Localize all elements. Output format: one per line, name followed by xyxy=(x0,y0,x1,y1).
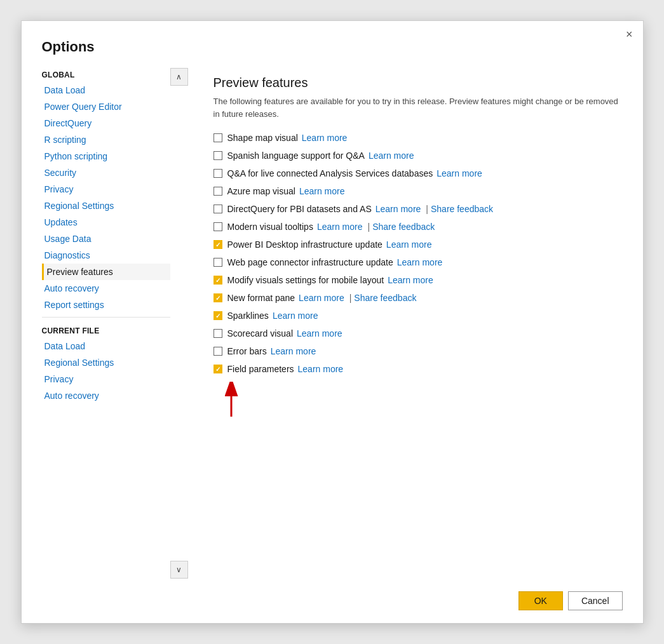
feature-row-sparklines: Sparklines Learn more xyxy=(213,311,623,321)
feature-row-azure-map: Azure map visual Learn more xyxy=(213,186,623,196)
feature-text-directquery-pbi: DirectQuery for PBI datasets and AS xyxy=(227,204,372,214)
section-description: The following features are available for… xyxy=(213,95,623,120)
feature-label-error-bars[interactable]: Error bars xyxy=(213,346,271,356)
sidebar-item-privacy[interactable]: Privacy xyxy=(42,181,170,198)
feature-label-scorecard-visual[interactable]: Scorecard visual xyxy=(213,328,297,339)
checkbox-qna-live[interactable] xyxy=(213,169,222,178)
feature-row-directquery-pbi: DirectQuery for PBI datasets and AS Lear… xyxy=(213,204,623,214)
checkbox-shape-map[interactable] xyxy=(213,133,222,142)
checkbox-web-page-connector[interactable] xyxy=(213,258,222,267)
sidebar-item-r-scripting[interactable]: R scripting xyxy=(42,131,170,148)
sidebar-item-cf-regional-settings[interactable]: Regional Settings xyxy=(42,354,170,371)
feature-label-directquery-pbi[interactable]: DirectQuery for PBI datasets and AS xyxy=(213,204,376,214)
annotation-arrow xyxy=(219,382,623,420)
learn-more-field-params[interactable]: Learn more xyxy=(298,364,344,374)
feature-label-modify-visuals[interactable]: Modify visuals settings for mobile layou… xyxy=(213,275,388,285)
sidebar-item-cf-data-load[interactable]: Data Load xyxy=(42,338,170,354)
sidebar-item-diagnostics[interactable]: Diagnostics xyxy=(42,247,170,264)
feature-label-shape-map[interactable]: Shape map visual xyxy=(213,133,302,143)
scroll-up-button[interactable]: ∧ xyxy=(170,68,188,86)
global-items: Data LoadPower Query EditorDirectQueryR … xyxy=(42,82,170,313)
learn-more-sparklines[interactable]: Learn more xyxy=(273,311,318,321)
checkbox-field-parameters[interactable] xyxy=(213,365,222,373)
feature-label-azure-map[interactable]: Azure map visual xyxy=(213,186,299,196)
learn-more-error-bars[interactable]: Learn more xyxy=(271,346,316,356)
ok-button[interactable]: OK xyxy=(518,591,563,610)
share-feedback-tooltips[interactable]: Share feedback xyxy=(372,222,435,232)
learn-more-tooltips[interactable]: Learn more xyxy=(317,222,363,232)
checkbox-error-bars[interactable] xyxy=(213,347,222,356)
sidebar-item-security[interactable]: Security xyxy=(42,164,170,181)
scroll-down-button[interactable]: ∨ xyxy=(170,561,188,579)
feature-label-qna-live[interactable]: Q&A for live connected Analysis Services… xyxy=(213,168,437,178)
learn-more-qna[interactable]: Learn more xyxy=(437,168,482,178)
feature-row-modify-visuals: Modify visuals settings for mobile layou… xyxy=(213,275,623,285)
current-file-items: Data LoadRegional SettingsPrivacyAuto re… xyxy=(42,338,170,404)
feature-label-web-page-connector[interactable]: Web page connector infrastructure update xyxy=(213,257,397,267)
feature-label-field-parameters[interactable]: Field parameters xyxy=(213,364,298,374)
feature-label-new-format-pane[interactable]: New format pane xyxy=(213,293,299,303)
sidebar-item-cf-privacy[interactable]: Privacy xyxy=(42,371,170,387)
checkbox-modern-tooltips[interactable] xyxy=(213,222,222,231)
share-feedback-dq[interactable]: Share feedback xyxy=(431,204,493,214)
feature-text-spanish-lang: Spanish language support for Q&A xyxy=(227,151,365,161)
close-button[interactable]: × xyxy=(626,29,633,40)
learn-more-azure-map[interactable]: Learn more xyxy=(299,186,345,196)
sidebar-item-python-scripting[interactable]: Python scripting xyxy=(42,148,170,164)
learn-more-shape-map[interactable]: Learn more xyxy=(302,133,348,143)
feature-text-new-format-pane: New format pane xyxy=(227,293,295,303)
feature-text-web-page-connector: Web page connector infrastructure update xyxy=(227,257,393,267)
feature-row-error-bars: Error bars Learn more xyxy=(213,346,623,356)
checkbox-spanish-lang[interactable] xyxy=(213,151,222,160)
feature-label-spanish-lang[interactable]: Spanish language support for Q&A xyxy=(213,151,369,161)
checkbox-modify-visuals[interactable] xyxy=(213,276,222,285)
current-file-section-label: CURRENT FILE xyxy=(42,321,170,338)
sidebar-item-regional-settings[interactable]: Regional Settings xyxy=(42,198,170,214)
sidebar-item-usage-data[interactable]: Usage Data xyxy=(42,231,170,247)
dialog-body: GLOBAL Data LoadPower Query EditorDirect… xyxy=(22,65,643,581)
checkbox-directquery-pbi[interactable] xyxy=(213,205,222,213)
cancel-button[interactable]: Cancel xyxy=(568,591,623,610)
section-title: Preview features xyxy=(213,76,623,90)
pipe-modern-tooltips-1: | xyxy=(368,222,370,232)
learn-more-pbi-infra[interactable]: Learn more xyxy=(386,239,432,250)
checkbox-azure-map[interactable] xyxy=(213,187,222,196)
sidebar-item-directquery[interactable]: DirectQuery xyxy=(42,115,170,131)
sidebar-item-preview-features[interactable]: Preview features xyxy=(42,264,170,280)
learn-more-spanish[interactable]: Learn more xyxy=(369,151,414,161)
sidebar-item-cf-auto-recovery[interactable]: Auto recovery xyxy=(42,387,170,404)
feature-label-modern-tooltips[interactable]: Modern visual tooltips xyxy=(213,222,317,232)
feature-label-pbi-desktop-infra[interactable]: Power BI Desktop infrastructure update xyxy=(213,239,386,250)
feature-row-scorecard-visual: Scorecard visual Learn more xyxy=(213,328,623,339)
feature-text-shape-map: Shape map visual xyxy=(227,133,298,143)
checkbox-new-format-pane[interactable] xyxy=(213,293,222,302)
feature-row-shape-map: Shape map visual Learn more xyxy=(213,133,623,143)
learn-more-scorecard[interactable]: Learn more xyxy=(297,328,342,339)
feature-text-azure-map: Azure map visual xyxy=(227,186,295,196)
feature-row-modern-tooltips: Modern visual tooltips Learn more|Share … xyxy=(213,222,623,232)
options-dialog: × Options GLOBAL Data LoadPower Query Ed… xyxy=(21,20,644,624)
learn-more-modify-visuals[interactable]: Learn more xyxy=(388,275,433,285)
learn-more-dq[interactable]: Learn more xyxy=(376,204,421,214)
learn-more-format-pane[interactable]: Learn more xyxy=(299,293,344,303)
checkbox-scorecard-visual[interactable] xyxy=(213,329,222,338)
dialog-footer: OK Cancel xyxy=(22,581,643,623)
feature-text-modify-visuals: Modify visuals settings for mobile layou… xyxy=(227,275,384,285)
sidebar-item-power-query-editor[interactable]: Power Query Editor xyxy=(42,98,170,115)
sidebar-item-report-settings[interactable]: Report settings xyxy=(42,297,170,313)
feature-row-spanish-lang: Spanish language support for Q&A Learn m… xyxy=(213,151,623,161)
share-feedback-format-pane[interactable]: Share feedback xyxy=(354,293,416,303)
pipe-new-format-pane-1: | xyxy=(349,293,352,303)
feature-text-qna-live: Q&A for live connected Analysis Services… xyxy=(227,168,433,178)
feature-row-field-parameters: Field parameters Learn more xyxy=(213,364,623,374)
sidebar-item-data-load[interactable]: Data Load xyxy=(42,82,170,98)
feature-label-sparklines[interactable]: Sparklines xyxy=(213,311,273,321)
sidebar-item-auto-recovery[interactable]: Auto recovery xyxy=(42,280,170,297)
sidebar-item-updates[interactable]: Updates xyxy=(42,214,170,231)
features-list: Shape map visual Learn moreSpanish langu… xyxy=(213,133,623,374)
feature-row-web-page-connector: Web page connector infrastructure update… xyxy=(213,257,623,267)
checkbox-pbi-desktop-infra[interactable] xyxy=(213,240,222,249)
sidebar: GLOBAL Data LoadPower Query EditorDirect… xyxy=(42,65,188,581)
learn-more-web-connector[interactable]: Learn more xyxy=(397,257,443,267)
checkbox-sparklines[interactable] xyxy=(213,311,222,320)
